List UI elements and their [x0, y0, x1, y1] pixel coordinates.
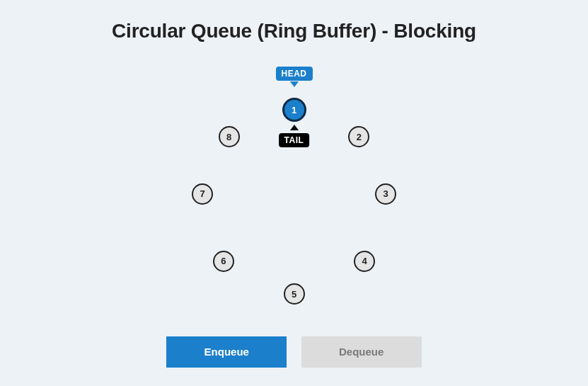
ring-node-7: 7 — [192, 183, 213, 205]
tail-arrow-icon — [290, 125, 299, 130]
ring-node-1: 1HEADTAIL — [282, 98, 306, 122]
enqueue-button[interactable]: Enqueue — [166, 336, 287, 368]
button-row: Enqueue Dequeue — [0, 336, 588, 368]
ring-node-3: 3 — [375, 183, 396, 205]
ring-node-2: 2 — [348, 126, 369, 147]
ring-node-6: 6 — [213, 251, 234, 272]
ring-node-5: 5 — [284, 283, 305, 305]
head-arrow-icon — [290, 81, 299, 87]
ring-node-4: 4 — [354, 251, 375, 272]
head-badge: HEAD — [275, 67, 312, 81]
page-title: Circular Queue (Ring Buffer) - Blocking — [0, 20, 588, 42]
dequeue-button[interactable]: Dequeue — [301, 336, 422, 368]
tail-badge: TAIL — [279, 133, 310, 147]
ring-node-8: 8 — [219, 126, 240, 147]
